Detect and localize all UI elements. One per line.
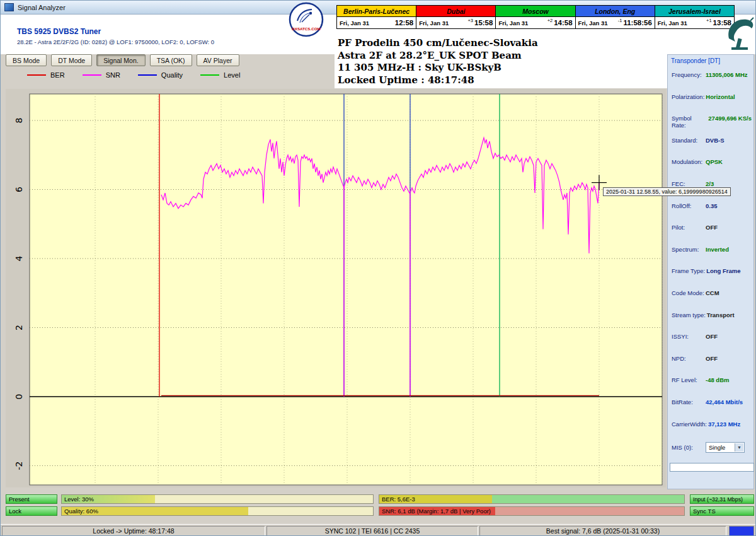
clock-utc-offset: +3: [467, 17, 473, 23]
field-label: RollOff:: [672, 202, 704, 209]
tab-bs-mode[interactable]: BS Mode: [6, 54, 47, 66]
field-label: MIS (0):: [672, 444, 704, 451]
plot-background: [30, 94, 662, 485]
field-label: Symbol Rate:: [672, 115, 707, 129]
field-label: Modulation:: [672, 158, 704, 165]
clock-city-label: Moscow: [496, 6, 575, 17]
legend-quality: Quality: [138, 71, 183, 79]
clock-time: 12:58: [395, 19, 413, 26]
transponder-row-code-mode: Code Mode:CCM: [672, 289, 752, 296]
chart-tooltip: 2025-01-31 12.58.55, value: 6,1999998092…: [603, 187, 731, 196]
transponder-title: Transponder [DT]: [671, 57, 720, 64]
clock-city-label: Dubai: [416, 6, 495, 17]
y-axis-tick-label: 8: [14, 118, 24, 124]
sync-ts-indicator: Sync TS: [690, 506, 754, 516]
transponder-row-pilot: Pilot:OFF: [672, 224, 752, 231]
field-label: Frame Type:: [672, 267, 705, 274]
clock-london-eng: London, EngFri, Jan 31-111:58:56: [576, 6, 655, 28]
clock-date: Fri, Jan 31: [498, 20, 528, 26]
transponder-row-npd: NPD:OFF: [672, 355, 752, 362]
signal-analyzer-window: Signal Analyzer _ × TBS 5925 DVBS2 Tuner…: [0, 0, 756, 536]
clock-time-row: Fri, Jan 31+113:58: [655, 17, 734, 28]
field-label: RF Level:: [672, 376, 704, 383]
field-value: 27499,696 KS/s: [708, 115, 752, 122]
field-label: Standard:: [672, 137, 704, 144]
mis-select[interactable]: Single▼: [706, 442, 745, 453]
legend-line-level: [200, 74, 219, 76]
dxsatcs-logo-graphic: DXSATCS.COM: [288, 1, 324, 38]
info-line-uptime: Locked Uptime : 48:17:48: [338, 74, 667, 87]
lock-indicator: Lock: [6, 506, 57, 516]
tuner-name: TBS 5925 DVBS2 Tuner: [17, 27, 214, 36]
chart-legend: BERSNRQualityLevel: [27, 71, 240, 79]
transponder-row-fec: FEC:2/3: [672, 180, 752, 187]
clock-time: 14:58: [554, 19, 572, 26]
transponder-row-polarization: Polarization:Horizontal: [672, 93, 752, 100]
chart-area[interactable]: 86420-2: [6, 89, 666, 487]
legend-label: Level: [224, 71, 240, 79]
clock-time-row: Fri, Jan 3112:58: [337, 17, 416, 28]
statusbar-best-signal: Best signal: 7,6 dB (2025-01-31 00:33): [479, 526, 726, 536]
field-value: Horizontal: [706, 93, 735, 100]
transponder-row-spectrum: Spectrum:Inverted: [672, 246, 752, 253]
clock-date: Fri, Jan 31: [340, 20, 369, 26]
clock-dubai: DubaiFri, Jan 31+315:58: [416, 6, 496, 28]
world-clock-panel: Berlin-Paris-LučenecFri, Jan 3112:58Duba…: [336, 5, 735, 29]
y-axis-tick-label: 2: [14, 325, 24, 330]
statusbar-uptime: Locked -> Uptime: 48:17:48: [2, 526, 265, 536]
legend-line-quality: [138, 74, 157, 76]
field-value: OFF: [706, 333, 718, 340]
snr-bar-label: SNR: 6,1 dB (Margin: 1,7 dB | Very Poor): [382, 507, 491, 515]
transponder-row-rf-level: RF Level:-48 dBm: [672, 376, 752, 383]
ber-bar-label: BER: 5,6E-3: [382, 495, 415, 503]
tab-av-player[interactable]: AV Player: [197, 54, 239, 66]
transponder-row-bitrate: BitRate:42,464 Mbit/s: [672, 399, 752, 405]
field-label: BitRate:: [672, 399, 704, 405]
clock-berlin-paris-lu-enec: Berlin-Paris-LučenecFri, Jan 3112:58: [337, 6, 416, 28]
statusbar: Locked -> Uptime: 48:17:48 SYNC 102 | TE…: [1, 524, 756, 536]
field-value: DVB-S: [706, 137, 724, 144]
transponder-row-symbol-rate: Symbol Rate:27499,696 KS/s: [672, 115, 752, 129]
info-block: PF Prodelin 450 cm/Lučenec-Slovakia Astr…: [335, 35, 667, 88]
tab-tsa-ok[interactable]: TSA (OK): [150, 54, 192, 66]
field-label: FEC:: [672, 180, 704, 187]
field-label: CarrierWidth:: [672, 421, 707, 428]
tab-dt-mode[interactable]: DT Mode: [51, 54, 92, 66]
info-line-dish: PF Prodelin 450 cm/Lučenec-Slovakia: [338, 37, 667, 50]
tab-signal-mon[interactable]: Signal Mon.: [96, 54, 145, 66]
quality-bar: Quality: 60%: [61, 506, 374, 516]
field-value: OFF: [706, 224, 718, 231]
tuner-details: 28.2E - Astra 2E/2F/2G (ID: 0282) @ LOF1…: [17, 38, 214, 45]
transponder-row-standard: Standard:DVB-S: [672, 137, 752, 144]
transponder-row-mis-0: MIS (0):Single▼: [672, 442, 752, 453]
dt-progress-bar: [670, 463, 754, 472]
legend-line-ber: [27, 74, 46, 76]
y-axis-tick-label: 4: [14, 255, 24, 261]
field-value: Transport: [707, 312, 735, 318]
field-label: Polarization:: [672, 93, 704, 100]
legend-level: Level: [200, 71, 240, 79]
y-axis-tick-label: 0: [14, 394, 24, 400]
signal-chart[interactable]: 86420-2: [6, 89, 666, 487]
transponder-panel: Transponder [DT] Frequency:11305,006 MHz…: [667, 54, 754, 489]
clock-city-label: Berlin-Paris-Lučenec: [337, 6, 416, 17]
logo-text: DXSATCS.COM: [292, 26, 320, 31]
field-label: ISSYI:: [672, 333, 704, 340]
field-value: 37,123 MHz: [708, 421, 740, 428]
clock-date: Fri, Jan 31: [419, 20, 449, 26]
app-icon: [4, 3, 14, 11]
clock-time: 11:58:56: [623, 19, 651, 26]
transponder-row-carrierwidth: CarrierWidth:37,123 MHz: [672, 421, 752, 428]
input-indicator: Input (~32,31 Mbps): [690, 494, 754, 504]
level-bar: Level: 30%: [61, 494, 374, 504]
clock-city-label: London, Eng: [576, 6, 655, 17]
field-value: Long Frame: [706, 267, 740, 274]
field-value: CCM: [706, 289, 719, 296]
legend-label: SNR: [106, 71, 120, 79]
window-title: Signal Analyzer: [18, 4, 66, 11]
clock-moscow: MoscowFri, Jan 31+214:58: [496, 6, 575, 28]
transponder-row-issyi: ISSYI:OFF: [672, 333, 752, 340]
field-value: OFF: [706, 355, 718, 362]
tuner-info: TBS 5925 DVBS2 Tuner 28.2E - Astra 2E/2F…: [17, 27, 214, 45]
y-axis-tick-label: 6: [14, 187, 24, 192]
